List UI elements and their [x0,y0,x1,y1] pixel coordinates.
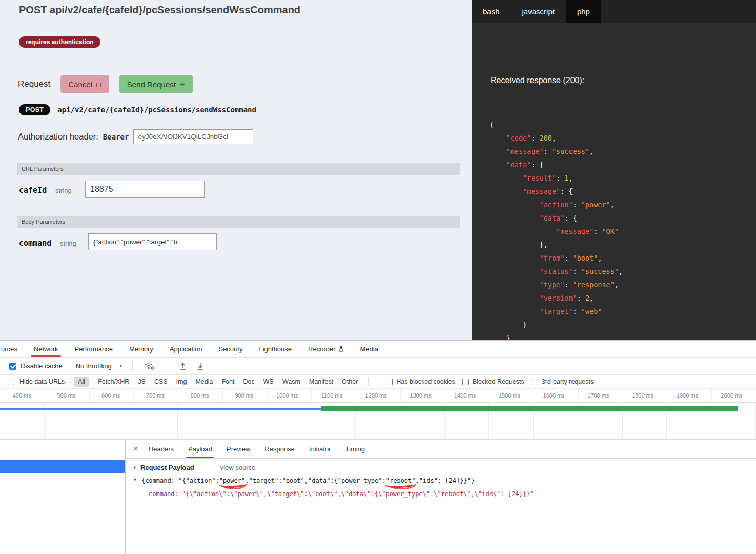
devtools-tab-security[interactable]: Security [210,341,251,357]
devtools-tab-urces[interactable]: urces [0,341,26,357]
filter-checkbox-blocked-requests[interactable]: Blocked Requests [462,378,524,385]
network-conditions-icon[interactable] [145,362,155,370]
code-line: "version": 2, [489,291,756,305]
request-type-filters: AllFetch/XHRJSCSSImgMediaFontDocWSWasmMa… [74,377,358,387]
filter-manifest[interactable]: Manifest [309,378,333,385]
code-line: "result": 1, [489,171,756,185]
send-request-button[interactable]: Send Request ✳ [119,75,193,93]
detail-tab-headers[interactable]: Headers [141,440,181,458]
overview-bar-blue [0,408,321,410]
detail-tab-payload[interactable]: Payload [181,440,219,458]
export-har-icon[interactable] [196,362,205,370]
filter-other[interactable]: Other [342,378,358,385]
code-line: "code": 200, [489,131,756,145]
filter-ws[interactable]: WS [263,378,274,385]
filter-font[interactable]: Font [221,378,234,385]
filter-doc[interactable]: Doc [243,378,255,385]
devtools-tab-performance[interactable]: Performance [66,341,120,357]
code-line: "message": { [489,185,756,198]
filter-all[interactable]: All [74,377,89,387]
burst-icon: ✳ [179,81,185,88]
param-type-cafeid: string [55,187,72,194]
timeline-tick: 800 ms [178,389,222,402]
disclosure-triangle-icon[interactable]: ▼ [132,465,137,470]
http-method-badge: POST [19,104,50,115]
filter-media[interactable]: Media [195,378,213,385]
code-tab-php[interactable]: php [566,0,601,23]
timeline-tick: 500 ms [45,389,89,402]
code-line: "data": { [489,158,756,171]
code-tab-javascript[interactable]: javascript [511,0,566,23]
overview-bar-green [321,406,738,411]
code-line: "type": "response", [489,278,756,291]
devtools-panel: urcesNetworkPerformanceMemoryApplication… [0,340,756,554]
timeline-tick: 1400 ms [445,389,489,402]
close-icon[interactable]: × [133,444,138,454]
filter-fetch-xhr[interactable]: Fetch/XHR [98,378,129,385]
timeline-tick: 600 ms [89,389,134,402]
timeline-tick: 1700 ms [578,389,623,402]
request-details-area: × HeadersPayloadPreviewResponseInitiator… [0,440,756,554]
command-input[interactable] [88,233,217,250]
throttling-select[interactable]: No throttling ▼ [76,362,123,370]
devtools-tab-memory[interactable]: Memory [121,341,161,357]
devtools-tab-application[interactable]: Application [161,341,211,357]
code-tab-bash[interactable]: bash [472,0,511,23]
detail-tab-preview[interactable]: Preview [219,440,257,458]
filter-css[interactable]: CSS [154,378,168,385]
filter-js[interactable]: JS [138,378,146,385]
import-har-icon[interactable] [179,362,187,370]
chevron-down-icon: ▼ [119,364,123,368]
code-line: "status": "success", [489,265,756,278]
filter-checkbox-has-blocked-cookies[interactable]: Has blocked cookies [386,378,455,385]
timeline-tick: 400 ms [0,389,45,402]
auth-token-input[interactable] [133,129,253,144]
request-detail-pane: × HeadersPayloadPreviewResponseInitiator… [126,440,756,554]
hide-data-urls-label: Hide data URLs [19,378,65,385]
code-line: "data": { [489,211,756,225]
detail-tab-response[interactable]: Response [257,440,302,458]
payload-source-line: command: "{\"action\":\"power\",\"target… [149,490,534,498]
disable-cache-checkbox[interactable] [9,363,16,370]
flask-icon [338,346,344,352]
send-button-label: Send Request [127,80,176,89]
divider [368,377,369,386]
disclosure-triangle-icon[interactable]: ▼ [133,477,137,482]
code-line: "action": "power", [489,198,756,211]
response-json-block: { "code": 200, "message": "success", "da… [489,118,756,340]
stop-icon: ◻ [96,81,101,88]
detail-tab-initiator[interactable]: Initiator [302,440,338,458]
network-overview[interactable] [0,403,756,440]
checkbox-icon[interactable] [462,379,469,385]
selected-request-row[interactable] [0,460,125,473]
timeline-tick: 2000 ms [711,389,756,402]
payload-key: command: [149,490,182,498]
checkbox-icon[interactable] [532,379,538,385]
filter-checkbox-3rd-party-requests[interactable]: 3rd-party requests [532,378,594,385]
request-list[interactable] [0,440,126,554]
detail-tab-timing[interactable]: Timing [338,440,373,458]
disable-cache-label: Disable cache [21,362,63,370]
timeline-tick: 1900 ms [667,389,711,402]
request-payload-header: ▼ Request Payload view source [132,464,255,471]
cancel-button-label: Cancel [68,80,92,89]
body-params-header: Body Parameters [17,216,460,228]
cafeid-input[interactable] [85,181,205,198]
timeline-tick: 900 ms [222,389,267,402]
payload-preview-row[interactable]: ▼ {command: "{"action":"power","target":… [133,477,475,484]
code-line: { [489,118,756,131]
cancel-button[interactable]: Cancel ◻ [60,75,109,93]
devtools-tab-media[interactable]: Media [352,341,386,357]
code-line: "message": "OK" [489,225,756,238]
devtools-tab-lighthouse[interactable]: Lighthouse [251,341,300,357]
devtools-tab-recorder[interactable]: Recorder [300,341,352,357]
timeline-ruler: 400 ms500 ms600 ms700 ms800 ms900 ms1000… [0,389,756,403]
hide-data-urls-checkbox[interactable] [8,379,14,385]
view-source-link[interactable]: view source [220,464,256,471]
checkbox-icon[interactable] [386,379,393,385]
devtools-tab-network[interactable]: Network [26,341,67,357]
request-actions-row: Request Cancel ◻ Send Request ✳ [18,75,193,93]
endpoint-path: api/v2/cafe/{cafeId}/pcSessions/sendWssC… [57,106,256,114]
filter-wasm[interactable]: Wasm [282,378,300,385]
filter-img[interactable]: Img [176,378,187,385]
